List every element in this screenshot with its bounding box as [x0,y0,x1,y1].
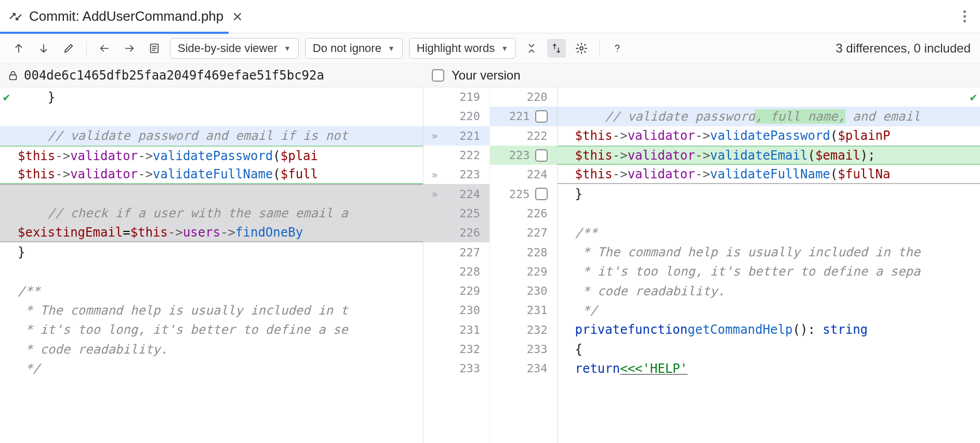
code-line: } [0,242,423,262]
right-panel-label: Your version [452,68,521,83]
apply-chunk-icon[interactable]: » [432,188,438,200]
include-chunk-checkbox[interactable] [535,149,548,162]
code-line: */ [558,301,981,320]
diff-count-label: 3 differences, 0 included [836,41,971,56]
diff-toolbar: Side-by-side viewer ▼ Do not ignore ▼ Hi… [0,33,980,63]
code-line: // check if a user with the same email a [0,204,423,223]
code-line: private function getCommandHelp(): strin… [558,320,981,340]
code-line: */ [0,359,423,378]
code-line: $this->validator->validateFullName($full [0,165,423,184]
code-line: * it's too long, it's better to define a… [558,262,981,281]
chevron-down-icon: ▼ [388,44,395,53]
more-options-icon[interactable] [957,9,972,24]
chevron-down-icon: ▼ [284,44,291,53]
code-line: * code readability. [558,281,981,301]
settings-button[interactable] [572,39,591,58]
file-list-button[interactable] [145,39,164,58]
code-line: } [0,87,423,107]
diff-area: ✔ } // validate password and email if is… [0,87,980,443]
highlight-mode-select[interactable]: Highlight words ▼ [409,38,516,59]
code-line: * it's too long, it's better to define a… [0,320,423,340]
tab-active-indicator [0,32,229,34]
code-line: $this->validator->validateEmail($email); [558,146,981,165]
toolbar-separator [599,41,600,56]
left-revision-hash: 004de6c1465dfb25faa2049f469efae51f5bc92a [24,68,324,83]
inspection-ok-icon: ✔ [3,90,10,103]
code-line: * The command help is usually included i… [0,301,423,320]
apply-chunk-icon[interactable]: » [432,129,438,142]
svg-point-2 [617,50,618,51]
code-line [558,204,981,223]
left-panel-header: 004de6c1465dfb25faa2049f469efae51f5bc92a [0,68,423,83]
code-line [0,184,423,203]
inspection-ok-icon: ✔ [970,90,977,103]
right-gutter: 220 221 222 223 224 225 226 227 228 229 … [490,87,557,443]
nav-forward-button[interactable] [120,39,139,58]
lock-icon [7,70,19,81]
nav-back-button[interactable] [95,39,114,58]
highlight-mode-label: Highlight words [417,42,495,55]
view-mode-select[interactable]: Side-by-side viewer ▼ [170,38,299,59]
code-line: $existingEmail = $this->users->findOneBy [0,223,423,242]
code-line: // validate password, full name, and ema… [558,107,981,126]
view-mode-label: Side-by-side viewer [178,42,277,55]
left-code-pane[interactable]: ✔ } // validate password and email if is… [0,87,423,443]
line-number-gutter: 219 220 »221 222 »223 »224 225 226 227 2… [423,87,558,443]
include-chunk-checkbox[interactable] [535,110,548,123]
apply-chunk-icon[interactable]: » [432,168,438,181]
code-line: * The command help is usually included i… [558,242,981,262]
tab-close-button[interactable] [233,12,242,21]
right-panel-header: Your version [423,68,980,83]
panel-header: 004de6c1465dfb25faa2049f469efae51f5bc92a… [0,63,980,87]
code-line: { [558,340,981,359]
commit-icon [8,9,23,24]
code-line [0,262,423,281]
right-code-pane[interactable]: ✔ // validate password, full name, and e… [558,87,981,443]
svg-rect-3 [10,75,17,80]
help-button[interactable] [608,39,627,58]
code-line: } [558,184,981,203]
code-line: * code readability. [0,340,423,359]
code-line: $this->validator->validatePassword($plai [0,146,423,165]
collapse-unchanged-button[interactable] [522,39,541,58]
include-chunk-checkbox[interactable] [535,188,548,200]
toolbar-separator [86,41,87,56]
code-line: /** [0,281,423,301]
code-line: /** [558,223,981,242]
sync-scroll-button[interactable] [547,39,566,58]
code-line [0,107,423,126]
left-gutter: 219 220 »221 222 »223 »224 225 226 227 2… [423,87,491,443]
next-diff-button[interactable] [34,39,53,58]
code-line: $this->validator->validateFullName($full… [558,165,981,184]
tab-bar: Commit: AddUserCommand.php [0,0,980,33]
ignore-mode-label: Do not ignore [313,42,381,55]
include-all-checkbox[interactable] [432,69,444,82]
chevron-down-icon: ▼ [501,44,508,53]
code-line: return <<<'HELP' [558,359,981,378]
code-line [558,87,981,107]
svg-point-1 [580,47,583,50]
edit-button[interactable] [59,39,78,58]
code-line: // validate password and email if is not [0,126,423,146]
code-line: $this->validator->validatePassword($plai… [558,126,981,146]
ignore-mode-select[interactable]: Do not ignore ▼ [305,38,403,59]
prev-diff-button[interactable] [9,39,28,58]
tab-title: Commit: AddUserCommand.php [29,8,223,24]
